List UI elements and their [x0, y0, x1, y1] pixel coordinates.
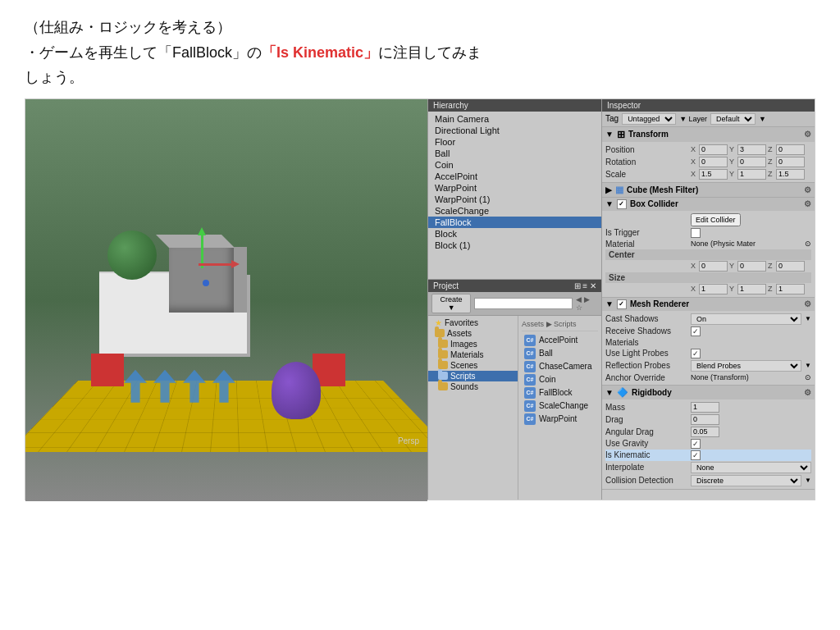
mesh-renderer-label: Mesh Renderer	[630, 299, 689, 308]
rigidbody-header[interactable]: ▼ 🔷 Rigidbody ⚙	[602, 386, 815, 399]
rotation-xyz: X Y Z	[691, 157, 805, 167]
rigidbody-label: Rigidbody	[632, 388, 672, 397]
mesh-filter-gear-icon[interactable]: ⚙	[804, 185, 811, 194]
folder-icon	[435, 329, 445, 337]
interpolate-row: Interpolate None	[605, 461, 811, 474]
edit-collider-button[interactable]: Edit Collider	[691, 213, 741, 226]
game-viewport[interactable]: Persp	[25, 99, 427, 501]
transform-header[interactable]: ▼ ⊞ Transform ⚙	[602, 127, 815, 142]
hierarchy-item[interactable]: WarpPoint (1)	[428, 194, 601, 205]
angular-drag-input[interactable]	[691, 427, 719, 437]
collision-detection-arrow: ▼	[805, 477, 811, 484]
collision-detection-select[interactable]: Discrete	[691, 475, 801, 486]
pos-z-input[interactable]	[776, 144, 805, 155]
scale-y-input[interactable]	[737, 169, 766, 180]
project-file-item[interactable]: C#Ball	[522, 347, 598, 360]
arrow-1	[124, 370, 147, 403]
project-tree-item[interactable]: Sounds	[428, 381, 518, 392]
project-search[interactable]	[474, 298, 573, 309]
materials-section-label: Materials	[605, 338, 687, 347]
layer-label: ▼ Layer	[679, 115, 707, 123]
drag-input[interactable]	[691, 414, 719, 425]
center-z-label: Z	[768, 262, 774, 270]
pos-x-label: X	[691, 145, 697, 153]
material-picker-icon[interactable]: ⊙	[805, 240, 811, 248]
interpolate-select[interactable]: None	[691, 462, 811, 473]
rot-x-input[interactable]	[699, 157, 728, 167]
main-content: Persp Hierarchy Main CameraDirectional L…	[25, 98, 815, 500]
size-x-input[interactable]	[699, 284, 728, 294]
reflection-probes-select[interactable]: Blend Probes	[691, 360, 801, 372]
pos-x-input[interactable]	[699, 144, 728, 155]
size-z-input[interactable]	[776, 284, 805, 294]
create-button[interactable]: Create ▼	[431, 294, 471, 313]
box-collider-header[interactable]: ▼ ✓ Box Collider ⚙	[602, 198, 815, 211]
hierarchy-title: Hierarchy	[433, 101, 468, 110]
folder-icon	[438, 372, 448, 380]
script-icon: C#	[524, 374, 536, 386]
project-tree-item[interactable]: ★ Favorites	[428, 317, 518, 328]
center-row: X Y Z	[605, 260, 811, 272]
interpolate-label: Interpolate	[605, 463, 687, 472]
inspector-panel[interactable]: Inspector Tag Untagged ▼ Layer Default ▼…	[601, 99, 815, 500]
use-gravity-checkbox[interactable]	[691, 439, 701, 449]
layer-select[interactable]: Default	[710, 113, 756, 125]
scale-z-input[interactable]	[776, 169, 805, 180]
arrow-2	[153, 370, 176, 403]
hierarchy-item[interactable]: Ball	[428, 148, 601, 159]
size-y-label: Y	[729, 285, 736, 293]
hierarchy-item[interactable]: Block (1)	[428, 240, 601, 251]
hierarchy-item[interactable]: FallBlock	[428, 217, 601, 228]
hierarchy-item[interactable]: Coin	[428, 159, 601, 171]
hierarchy-item[interactable]: Main Camera	[428, 113, 601, 125]
project-file-item[interactable]: C#WarpPoint	[522, 413, 598, 426]
mesh-renderer-gear-icon[interactable]: ⚙	[804, 299, 811, 308]
project-file-item[interactable]: C#ScaleChange	[522, 399, 598, 413]
pos-y-label: Y	[729, 145, 736, 153]
project-files-list: C#AccelPointC#BallC#ChaseCameraC#CoinC#F…	[522, 334, 598, 426]
mesh-renderer-body: Cast Shadows On ▼ Receive Shadows Materi…	[602, 311, 815, 385]
receive-shadows-checkbox[interactable]	[691, 326, 701, 336]
project-file-item[interactable]: C#ChaseCamera	[522, 360, 598, 373]
use-light-probes-checkbox[interactable]	[691, 349, 701, 358]
anchor-override-picker-icon[interactable]: ⊙	[805, 373, 811, 381]
hierarchy-item[interactable]: WarpPoint	[428, 182, 601, 194]
center-z-input[interactable]	[776, 261, 805, 272]
rigidbody-gear-icon[interactable]: ⚙	[804, 388, 811, 397]
is-kinematic-checkbox[interactable]	[691, 450, 701, 460]
center-x-input[interactable]	[699, 261, 728, 272]
mesh-renderer-header[interactable]: ▼ ✓ Mesh Renderer ⚙	[602, 298, 815, 311]
receive-shadows-row: Receive Shadows	[605, 326, 811, 337]
hierarchy-panel: Hierarchy Main CameraDirectional LightFl…	[428, 99, 601, 280]
hierarchy-item[interactable]: AccelPoint	[428, 171, 601, 182]
arrow-3	[183, 370, 206, 403]
transform-icon: ⊞	[617, 129, 625, 140]
center-divider: Center	[605, 249, 811, 260]
rot-x-label: X	[691, 158, 697, 166]
use-gravity-row: Use Gravity	[605, 438, 811, 450]
rot-y-input[interactable]	[737, 157, 766, 167]
toolbar-icons: ◀ ▶ ☆	[576, 295, 598, 312]
scale-x-input[interactable]	[699, 169, 728, 180]
box-collider-gear-icon[interactable]: ⚙	[804, 199, 811, 208]
center-y-input[interactable]	[737, 261, 766, 272]
mesh-filter-header[interactable]: ▶ ▦ Cube (Mesh Filter) ⚙	[602, 183, 815, 197]
tag-select[interactable]: Untagged	[622, 113, 676, 125]
hierarchy-item[interactable]: Floor	[428, 136, 601, 148]
rot-z-input[interactable]	[776, 157, 805, 167]
hierarchy-item[interactable]: ScaleChange	[428, 205, 601, 217]
mass-input[interactable]	[691, 402, 719, 413]
box-collider-toggle[interactable]: ✓	[617, 199, 627, 209]
is-trigger-checkbox[interactable]	[691, 228, 701, 238]
mesh-renderer-toggle[interactable]: ✓	[617, 299, 627, 309]
transform-gear-icon[interactable]: ⚙	[804, 130, 811, 139]
hierarchy-item[interactable]: Directional Light	[428, 125, 601, 136]
size-y-input[interactable]	[737, 284, 766, 294]
project-file-item[interactable]: C#Coin	[522, 373, 598, 386]
cast-shadows-select[interactable]: On	[691, 313, 801, 325]
material-value: None (Physic Mater	[691, 240, 801, 248]
project-file-item[interactable]: C#AccelPoint	[522, 334, 598, 347]
project-file-item[interactable]: C#FallBlock	[522, 386, 598, 399]
hierarchy-item[interactable]: Block	[428, 228, 601, 240]
pos-y-input[interactable]	[737, 144, 766, 155]
